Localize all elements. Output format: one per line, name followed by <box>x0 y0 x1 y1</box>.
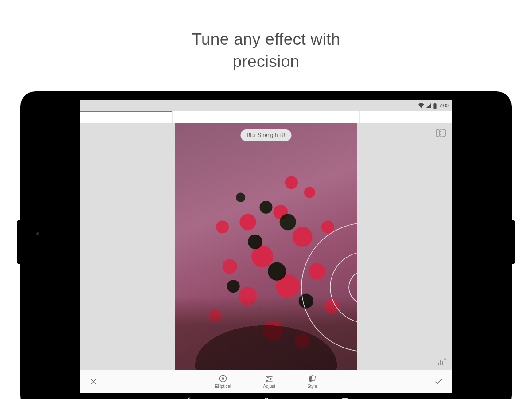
home-icon <box>262 397 270 399</box>
svg-point-18 <box>266 380 268 382</box>
compare-button[interactable] <box>435 128 446 138</box>
cards-icon <box>308 374 317 383</box>
tablet-camera <box>36 232 39 235</box>
svg-rect-0 <box>436 130 439 136</box>
tool-group: Elliptical Adjust Style <box>107 374 425 389</box>
nav-back-button[interactable] <box>184 397 192 399</box>
nav-home-button[interactable] <box>262 397 270 399</box>
tablet-notch-left <box>17 220 20 264</box>
target-icon <box>219 374 227 383</box>
app-screen: 7:00 <box>80 100 452 393</box>
adjustment-label: Blur Strength +8 <box>246 132 285 138</box>
adjustment-pill: Blur Strength +8 <box>240 129 291 141</box>
svg-rect-5 <box>442 361 443 365</box>
progress-tab-3[interactable] <box>266 111 359 123</box>
check-icon <box>434 377 443 386</box>
svg-rect-3 <box>438 363 439 365</box>
close-icon <box>90 378 98 386</box>
svg-point-12 <box>222 378 224 379</box>
progress-tab-2[interactable] <box>173 111 266 123</box>
progress-tab-1[interactable] <box>80 111 172 123</box>
svg-rect-4 <box>440 360 441 365</box>
status-time: 7:00 <box>439 103 449 108</box>
tool-style-label: Style <box>307 384 317 389</box>
svg-rect-20 <box>311 376 316 381</box>
tool-style[interactable]: Style <box>307 374 317 389</box>
svg-point-16 <box>270 378 271 379</box>
tool-adjust-label: Adjust <box>263 384 275 389</box>
tool-elliptical-label: Elliptical <box>215 384 231 389</box>
apply-button[interactable] <box>425 370 452 393</box>
progress-tabs <box>80 111 452 123</box>
battery-icon <box>433 103 437 109</box>
status-bar: 7:00 <box>80 100 452 111</box>
tool-adjust[interactable]: Adjust <box>263 374 275 389</box>
cellular-icon <box>426 103 431 108</box>
tablet-frame: 7:00 <box>20 91 512 399</box>
wifi-icon <box>418 103 424 108</box>
svg-point-8 <box>330 252 357 323</box>
tool-elliptical[interactable]: Elliptical <box>215 374 231 389</box>
tablet-notch-right <box>512 220 515 264</box>
svg-point-9 <box>349 270 357 304</box>
focus-rings-overlay[interactable] <box>299 221 357 354</box>
promo-headline-line2: precision <box>233 52 300 70</box>
promo-headline-line1: Tune any effect with <box>192 30 340 48</box>
progress-tab-4[interactable] <box>360 111 452 123</box>
nav-recents-button[interactable] <box>341 397 348 399</box>
photo-preview[interactable]: Blur Strength +8 <box>175 123 357 370</box>
bottom-toolbar: Elliptical Adjust Style <box>80 370 452 393</box>
android-nav-bar <box>80 393 452 399</box>
sliders-icon <box>265 374 274 383</box>
svg-rect-1 <box>442 130 445 136</box>
promo-headline: Tune any effect with precision <box>0 0 532 73</box>
cancel-button[interactable] <box>80 370 107 393</box>
svg-point-14 <box>267 376 269 377</box>
back-icon <box>184 397 192 399</box>
editor-canvas[interactable]: Blur Strength +8 <box>80 123 452 370</box>
recents-icon <box>341 397 348 399</box>
svg-marker-6 <box>444 359 446 360</box>
histogram-button[interactable] <box>436 357 446 367</box>
svg-point-7 <box>301 223 357 352</box>
